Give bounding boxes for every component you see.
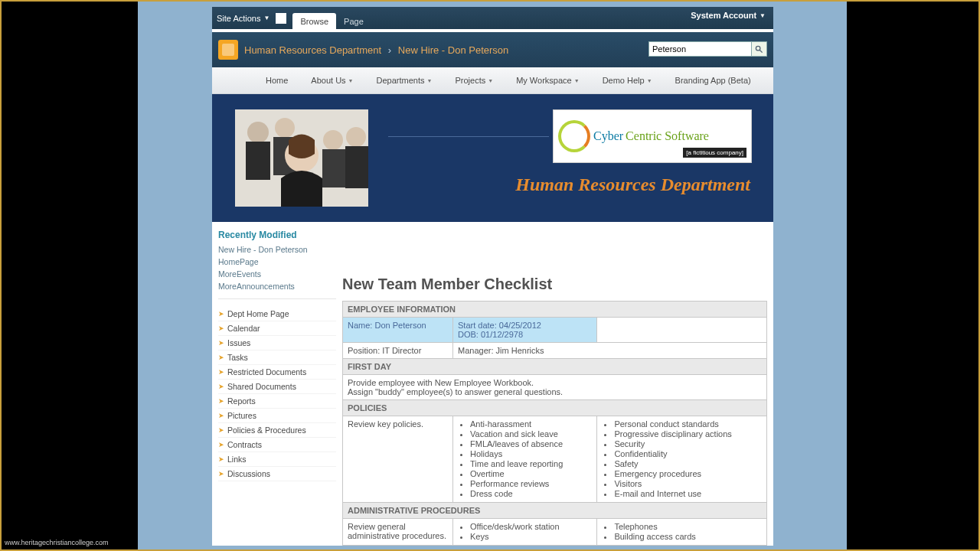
chevron-down-icon: ▼: [348, 78, 354, 83]
chevron-down-icon: ▼: [760, 12, 766, 19]
arrow-icon: ➤: [218, 426, 224, 434]
ql-pictures[interactable]: ➤Pictures: [218, 409, 336, 423]
nav-branding-app[interactable]: Branding App (Beta): [675, 76, 751, 85]
recently-modified-header: Recently Modified: [218, 230, 336, 240]
main-content: New Team Member Checklist EMPLOYEE INFOR…: [342, 222, 773, 546]
list-item: Keys: [470, 532, 592, 541]
ql-shared-docs[interactable]: ➤Shared Documents: [218, 380, 336, 394]
list-item: Progressive disciplinary actions: [614, 429, 762, 439]
list-item: Telephones: [614, 522, 762, 531]
nav-about-us[interactable]: About Us▼: [311, 76, 353, 85]
section-policies: POLICIES: [343, 400, 767, 416]
site-logo-icon[interactable]: [218, 40, 238, 60]
quick-launch: ➤Dept Home Page ➤Calendar ➤Issues ➤Tasks…: [218, 307, 336, 481]
list-item: Building access cards: [614, 532, 762, 541]
hero-dept-title: Human Resources Department: [515, 174, 750, 195]
arrow-icon: ➤: [218, 383, 224, 390]
recent-link[interactable]: MoreEvents: [218, 269, 336, 279]
first-day-text: Provide employee with New Employee Workb…: [343, 375, 767, 400]
emp-blank: [597, 318, 767, 343]
ql-dept-home[interactable]: ➤Dept Home Page: [218, 307, 336, 321]
list-item: FMLA/leaves of absence: [470, 439, 592, 448]
svg-point-0: [756, 46, 760, 51]
arrow-icon: ➤: [218, 354, 224, 361]
emp-manager: Manager: Jim Henricks: [453, 343, 767, 359]
admin-col3: TelephonesBuilding access cards: [597, 519, 767, 546]
svg-point-3: [247, 122, 269, 143]
ql-discussions[interactable]: ➤Discussions: [218, 467, 336, 481]
list-item: Confidentiality: [614, 449, 762, 458]
arrow-icon: ➤: [218, 310, 224, 318]
search-icon: [755, 45, 763, 54]
arrow-icon: ➤: [218, 397, 224, 405]
checklist-table: EMPLOYEE INFORMATION Name: Don Peterson …: [342, 301, 767, 546]
left-sidebar: Recently Modified New Hire - Don Peterso…: [212, 222, 342, 546]
arrow-icon: ➤: [218, 470, 224, 478]
svg-point-5: [275, 118, 295, 138]
svg-rect-9: [322, 149, 345, 187]
nav-departments[interactable]: Departments▼: [377, 76, 433, 85]
system-account-label: System Account: [691, 11, 756, 20]
emp-position: Position: IT Director: [343, 343, 453, 359]
admin-intro: Review general administrative procedures…: [343, 519, 453, 546]
nav-my-workspace[interactable]: My Workspace▼: [516, 76, 579, 85]
ql-contracts[interactable]: ➤Contracts: [218, 438, 336, 452]
edit-page-icon[interactable]: [276, 13, 286, 24]
sidebar-divider: [218, 298, 336, 299]
site-actions-menu[interactable]: Site Actions ▼: [217, 14, 270, 23]
ql-tasks[interactable]: ➤Tasks: [218, 350, 336, 365]
nav-home[interactable]: Home: [266, 76, 288, 85]
ql-policies[interactable]: ➤Policies & Procedures: [218, 423, 336, 438]
breadcrumb-leaf[interactable]: New Hire - Don Peterson: [398, 44, 509, 56]
ql-calendar[interactable]: ➤Calendar: [218, 321, 336, 336]
hero-divider: [388, 136, 549, 137]
emp-start-dob: Start date: 04/25/2012DOB: 01/12/2978: [453, 318, 597, 343]
breadcrumb-root[interactable]: Human Resources Department: [244, 44, 381, 56]
search-input[interactable]: [648, 41, 752, 57]
list-item: E-mail and Internet use: [614, 489, 762, 498]
recent-link[interactable]: MoreAnnouncements: [218, 282, 336, 291]
list-item: Overtime: [470, 469, 592, 478]
hero-photo: [235, 109, 368, 207]
svg-line-1: [760, 50, 762, 52]
top-nav: Home About Us▼ Departments▼ Projects▼ My…: [212, 67, 773, 94]
policies-col3: Personal conduct standardsProgressive di…: [597, 416, 767, 503]
chevron-down-icon: ▼: [647, 78, 652, 83]
recently-modified-list: New Hire - Don Peterson HomePage MoreEve…: [218, 245, 336, 291]
tab-browse[interactable]: Browse: [292, 13, 336, 29]
ql-restricted-docs[interactable]: ➤Restricted Documents: [218, 365, 336, 380]
list-item: Time and leave reporting: [470, 459, 592, 468]
recent-link[interactable]: HomePage: [218, 257, 336, 266]
search-go-button[interactable]: [752, 41, 767, 57]
recent-link[interactable]: New Hire - Don Peterson: [218, 245, 336, 254]
arrow-icon: ➤: [218, 324, 224, 332]
hero-banner: CyberCentric Software [a fictitious comp…: [212, 94, 773, 222]
section-first-day: FIRST DAY: [343, 359, 767, 375]
breadcrumb-sep: ›: [388, 44, 391, 56]
chevron-down-icon: ▼: [427, 78, 433, 83]
list-item: Security: [614, 439, 762, 448]
emp-name: Name: Don Peterson: [343, 318, 453, 343]
nav-projects[interactable]: Projects▼: [455, 76, 493, 85]
company-logo-icon: [558, 120, 590, 152]
list-item: Vacation and sick leave: [470, 429, 592, 439]
page-title: New Team Member Checklist: [342, 276, 767, 293]
tab-page[interactable]: Page: [336, 13, 371, 29]
policies-intro: Review key policies.: [343, 416, 453, 503]
ql-links[interactable]: ➤Links: [218, 452, 336, 467]
nav-demo-help[interactable]: Demo Help▼: [603, 76, 652, 85]
ql-issues[interactable]: ➤Issues: [218, 336, 336, 350]
arrow-icon: ➤: [218, 441, 224, 448]
ribbon-bar: Site Actions ▼ Browse Page System Accoun…: [212, 7, 773, 29]
list-item: Personal conduct standards: [614, 419, 762, 429]
list-item: Safety: [614, 459, 762, 468]
fictitious-badge: [a fictitious company]: [683, 148, 746, 158]
chevron-down-icon: ▼: [488, 78, 493, 83]
list-item: Holidays: [470, 449, 592, 458]
ql-reports[interactable]: ➤Reports: [218, 394, 336, 409]
list-item: Performance reviews: [470, 479, 592, 488]
svg-point-10: [346, 127, 366, 147]
policies-col2: Anti-harassmentVacation and sick leaveFM…: [453, 416, 597, 503]
system-account-menu[interactable]: System Account ▼: [691, 11, 766, 20]
section-employee-info: EMPLOYEE INFORMATION: [343, 302, 767, 318]
